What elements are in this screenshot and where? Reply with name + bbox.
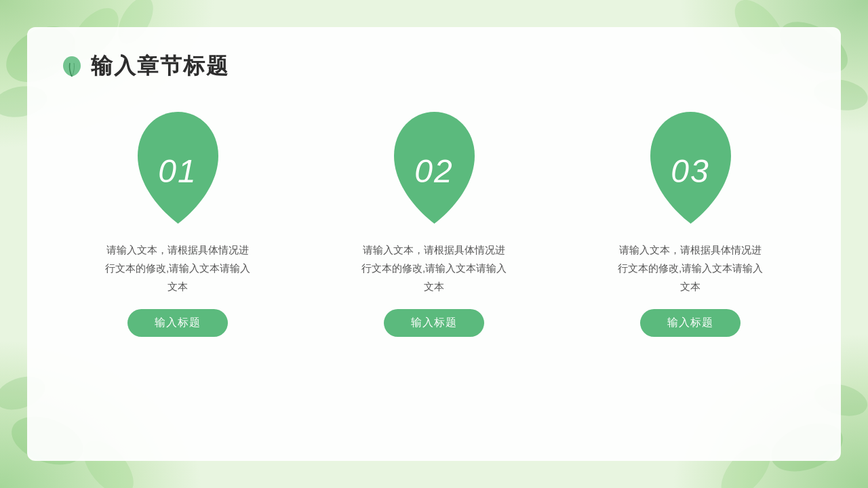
number-3: 03 (671, 152, 709, 190)
columns-container: 01 请输入文本，请根据具体情况进行文本的修改,请输入文本请输入文本 输入标题 … (60, 108, 808, 337)
number-2: 02 (414, 152, 453, 190)
leaf-shape-1: 01 (125, 108, 231, 227)
main-card: 输入章节标题 01 请输入文本，请根据具体情况进行文本的修改,请输入文本请输入文… (27, 27, 841, 461)
page-title: 输入章节标题 (91, 52, 229, 81)
header: 输入章节标题 (60, 52, 808, 81)
leaf-icon (60, 54, 84, 79)
number-1: 01 (158, 152, 197, 190)
input-btn-2[interactable]: 输入标题 (384, 309, 484, 337)
input-btn-1[interactable]: 输入标题 (127, 309, 228, 337)
body-text-3: 请输入文本，请根据具体情况进行文本的修改,请输入文本请输入文本 (616, 241, 765, 296)
body-text-1: 请输入文本，请根据具体情况进行文本的修改,请输入文本请输入文本 (103, 241, 252, 296)
leaf-shape-2: 02 (382, 108, 487, 227)
body-text-2: 请输入文本，请根据具体情况进行文本的修改,请输入文本请输入文本 (359, 241, 509, 296)
column-3: 03 请输入文本，请根据具体情况进行文本的修改,请输入文本请输入文本 输入标题 (572, 108, 808, 337)
leaf-shape-3: 03 (638, 108, 743, 227)
column-2: 02 请输入文本，请根据具体情况进行文本的修改,请输入文本请输入文本 输入标题 (316, 108, 552, 337)
column-1: 01 请输入文本，请根据具体情况进行文本的修改,请输入文本请输入文本 输入标题 (60, 108, 296, 337)
input-btn-3[interactable]: 输入标题 (640, 309, 741, 337)
